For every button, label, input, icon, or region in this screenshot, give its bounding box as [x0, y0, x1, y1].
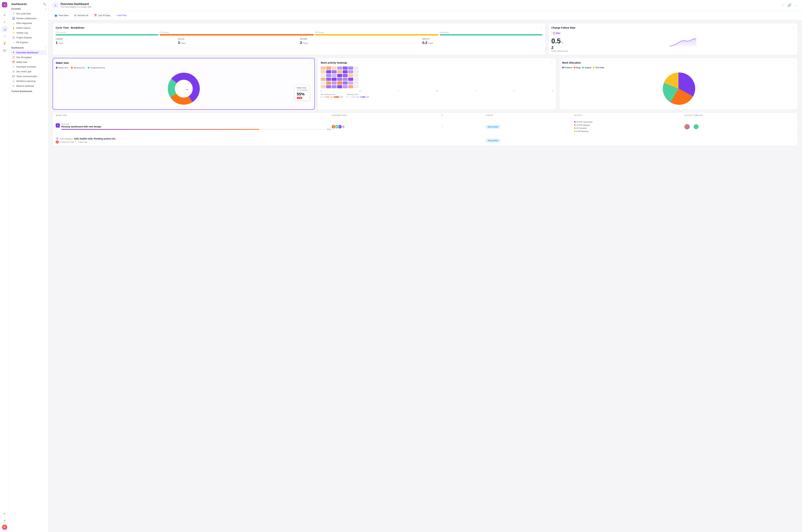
sidebar-search-icon[interactable]: 🔍	[43, 3, 46, 5]
sidebar-item-developer-summary[interactable]: </> Developer summary	[11, 64, 47, 69]
heatmap-cell	[321, 85, 325, 88]
last-30-days-label: Last 30 Days	[98, 14, 110, 17]
settings-icon[interactable]: ⚙	[1, 510, 8, 517]
doc-nav-icon[interactable]: 📄	[1, 33, 8, 39]
sidebar-item-dev-throughput[interactable]: 📋 Dev throughput	[11, 55, 47, 60]
dev-summary-icon: </>	[12, 66, 15, 68]
heatmap-row-5	[321, 81, 553, 84]
sidebar-item-workforce-planning[interactable]: 🗂 Workforce planning	[11, 79, 47, 83]
legend-label-meeting: Meeting time	[74, 66, 85, 69]
app-logo[interactable]: ✦	[2, 2, 7, 7]
cycle-time-menu[interactable]: ⋮	[540, 26, 542, 29]
legend-zero-2: 0	[347, 96, 348, 98]
trophy-nav-icon[interactable]: 🏆	[1, 40, 8, 46]
cycle-time-card: Cycle Time - Breakdown ⋮ First Commit PR…	[53, 23, 545, 55]
nav-label-project: Project Explorer	[16, 36, 32, 39]
custom-dashboards-section-header[interactable]: Custom Dashboards ‹	[12, 90, 46, 93]
maker-icon: ⏰	[12, 61, 15, 63]
dora-icon: 💡	[12, 27, 15, 29]
wa-menu[interactable]: ⋮	[792, 61, 795, 64]
elite-badge: 🏆 Elite	[552, 32, 561, 35]
heatmap-cell	[343, 74, 348, 77]
sidebar-item-dev-cycle-time[interactable]: ⏱ Dev cycle time	[11, 11, 47, 16]
wa-label-bugs: Bugs	[576, 66, 581, 69]
heatmap-cell	[354, 70, 359, 73]
topbar-icon: ✦	[53, 2, 58, 8]
heatmap-legend-left-label: Non working hours	[321, 93, 343, 95]
progress-bar-1	[61, 129, 325, 130]
nav-label-pr: PR Explorer	[16, 41, 28, 44]
day-t2: T	[475, 90, 477, 92]
sidebar-item-activity-log[interactable]: ⚡ Activity Log	[11, 31, 47, 35]
legend-grad-3	[348, 96, 355, 98]
progress-fill-1	[61, 129, 259, 130]
heatmap-cell	[326, 85, 331, 88]
work-allocation-card: Work Allocation ⋮ Features Bugs	[559, 58, 798, 110]
heatmap-cell	[332, 81, 337, 84]
heatmap-cell	[337, 85, 342, 88]
maker-time-menu[interactable]: ⋮	[309, 61, 312, 64]
stage-label-2: PR Review	[315, 32, 439, 33]
overview-icon: ✦	[12, 51, 15, 54]
heart-icon[interactable]: ♡	[782, 3, 785, 7]
heatmap-row-2	[321, 70, 553, 73]
sidebar-item-dev-metric-grid[interactable]: ⊞ Dev metric grid	[11, 69, 47, 74]
cycle-metric-label-0: CODING	[56, 38, 176, 40]
sidebar-item-pr-explorer[interactable]: ↕ PR Explorer	[11, 40, 47, 45]
legend-zero-1: 0	[321, 96, 322, 98]
services-chip-icon: ⊞	[74, 14, 76, 17]
team-blue-filter[interactable]: 👥 Team Blue	[53, 13, 71, 18]
heatmap-legend-right-label: Working hours	[347, 93, 369, 95]
last-30-days-filter[interactable]: 📅 Last 30 Days	[92, 13, 112, 18]
favorites-section-header[interactable]: Favorites ▾	[12, 8, 46, 10]
heatmap-cell	[321, 66, 325, 70]
heatmap-legend-right-scale: 0 Low High	[347, 96, 369, 98]
chart-nav-icon[interactable]: 📊	[1, 26, 8, 32]
heatmap-cell	[321, 74, 325, 77]
nav-label-activity: Activity Log	[16, 32, 28, 34]
wa-title: Work Allocation	[562, 61, 581, 64]
table-row: Ti haticahq/gyro #341 fix(ISS-123): Pend…	[53, 135, 798, 146]
user-avatar[interactable]: K	[2, 525, 7, 530]
stage-bar-1	[160, 34, 314, 36]
sidebar-item-overview-dashboard[interactable]: ✦ Overview dashboard	[11, 50, 47, 55]
maker-time-legend: Maker time Meeting time Fragmented time	[56, 66, 312, 69]
favorites-label: Favorites	[12, 8, 21, 10]
grid-nav-icon[interactable]: ⊞	[1, 12, 8, 18]
cfr-header: Change Failure Rate ⋮	[552, 26, 795, 29]
more-menu-icon[interactable]: ⋯	[794, 3, 798, 7]
cfr-failed-count: 2	[552, 45, 554, 50]
activity-line-1: 15 PRs Openened	[574, 120, 685, 124]
sidebar-item-effort-align[interactable]: △ Effort alignment	[11, 21, 47, 25]
heatmap-menu[interactable]: ⋮	[551, 61, 553, 64]
zap-nav-icon[interactable]: ⚡	[1, 19, 8, 25]
dashboards-label: Dashboards	[12, 46, 24, 49]
wa-legend-support: Support	[582, 66, 592, 69]
sidebar-item-balance-workload[interactable]: ⚖ Balance workload	[11, 83, 47, 88]
tooltip-label: Maker time	[297, 87, 308, 89]
cfr-menu[interactable]: ⋮	[792, 26, 795, 29]
add-filter-button[interactable]: + Add Filter	[114, 13, 129, 18]
sidebar-item-dora-metrics[interactable]: 💡 DORA metrics	[11, 25, 47, 31]
stage-bar-0	[56, 34, 158, 36]
wa-dot-support	[582, 66, 584, 69]
table-row: ⚡ FEA-243 Revamp dashboard with new desi…	[53, 118, 798, 135]
work-item-2-user: K Created by Katie Y · 2 days ago	[56, 140, 331, 144]
work-item-2-repo: haticahq/gyro	[60, 137, 73, 140]
chat-nav-icon[interactable]: 💬	[1, 47, 8, 54]
legend-low-2: Low	[356, 96, 359, 98]
dashboards-section-header[interactable]: Dashboards ▾	[12, 46, 46, 49]
sidebar-item-team-communication[interactable]: 💬 Team communication	[11, 74, 47, 79]
sidebar-item-project-explorer[interactable]: 📋 Project Explorer	[11, 35, 47, 40]
status-badge-2: RELEASED	[486, 139, 500, 142]
elite-badge-label: Elite	[556, 32, 560, 34]
user-settings-icon[interactable]: ⚙	[1, 517, 8, 524]
heatmap-grid-container	[321, 66, 553, 88]
wa-legend-bugs: Bugs	[574, 66, 581, 69]
heatmap-cell	[332, 85, 337, 88]
link-icon[interactable]: 🔗	[787, 3, 791, 7]
services-all-filter[interactable]: ⊞ Services All	[72, 13, 90, 18]
heatmap-cell	[337, 70, 342, 73]
sidebar-item-maker-time[interactable]: ⏰ Maker time	[11, 60, 47, 64]
sidebar-item-review-collab[interactable]: 🔄 Review collaboration	[11, 16, 47, 21]
